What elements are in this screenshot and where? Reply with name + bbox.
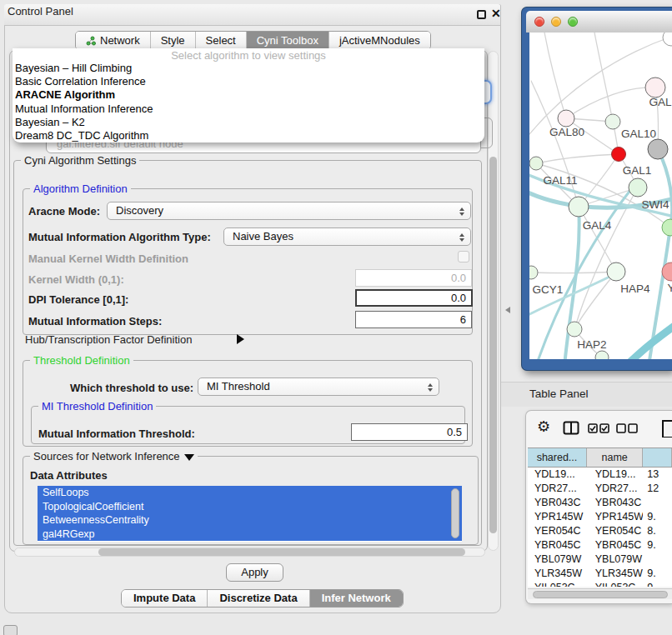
close-traffic-light-icon[interactable] [534, 17, 544, 27]
attribute-list-item[interactable]: BetweennessCentrality [38, 513, 462, 528]
table-row[interactable]: YDR27...YDR27...12 [528, 482, 672, 496]
table-cell: YDR27... [587, 482, 644, 496]
manual-kernel-checkbox[interactable] [458, 251, 469, 262]
tab-style[interactable]: Style [150, 32, 195, 49]
column-header-name[interactable]: name [587, 448, 643, 467]
splitter-collapse-icon[interactable] [505, 307, 510, 313]
float-window-icon[interactable] [477, 10, 486, 19]
network-node[interactable] [662, 219, 672, 236]
minimize-traffic-light-icon[interactable] [551, 17, 561, 27]
network-node[interactable] [529, 266, 538, 279]
which-threshold-value: MI Threshold [207, 380, 270, 392]
network-node[interactable] [569, 197, 589, 217]
kernel-width-field[interactable]: 0.0 [355, 269, 472, 287]
cyni-settings-title: Cyni Algorithm Settings [21, 154, 139, 167]
hub-expand-icon[interactable] [237, 334, 244, 344]
table-cell: 9. [643, 538, 672, 552]
aracne-mode-combo[interactable]: Discovery [107, 202, 471, 220]
close-icon[interactable]: ✕ [491, 7, 501, 20]
table-cell: YLR345W [528, 567, 587, 581]
attributes-scrollbar-thumb[interactable] [451, 488, 459, 538]
tab-impute-data[interactable]: Impute Data [122, 590, 207, 607]
function-builder-icon[interactable] [661, 419, 672, 438]
network-node[interactable] [629, 178, 647, 197]
network-node-label: HAP4 [620, 282, 650, 295]
algorithm-option[interactable]: Dream8 DC_TDC Algorithm [13, 129, 484, 142]
mi-type-label: Mutual Information Algorithm Type: [28, 231, 211, 243]
tab-jactivemnodules[interactable]: jActiveMNodules [328, 32, 430, 49]
table-hscrollbar-thumb[interactable] [533, 591, 668, 598]
horizontal-scrollbar-thumb[interactable] [98, 548, 465, 556]
attribute-list-item[interactable]: gal4RGexp [38, 528, 462, 542]
data-attributes-label: Data Attributes [30, 469, 108, 482]
algorithm-option[interactable]: Bayesian – K2 [13, 116, 484, 129]
network-window-titlebar[interactable] [526, 11, 672, 32]
attribute-list-item[interactable]: TopologicalCoefficient [38, 500, 462, 514]
column-header-shared[interactable]: shared... [528, 448, 587, 467]
apply-button[interactable]: Apply [226, 563, 283, 582]
gear-icon[interactable]: ⚙ [537, 418, 550, 436]
network-canvas[interactable]: GALGAL80GAL10GAL1GAL11SWI4GAL4GCY1HAP4YH… [529, 32, 672, 359]
network-node[interactable] [558, 110, 574, 127]
mi-type-combo[interactable]: Naive Bayes [223, 228, 471, 246]
network-node[interactable] [663, 32, 672, 46]
sources-collapse-icon[interactable] [184, 454, 194, 461]
network-node[interactable] [607, 262, 625, 281]
screen: Control Panel ✕ NetworkStyleSelectCyni T… [0, 0, 672, 635]
control-panel-titlebar[interactable] [4, 4, 500, 26]
table-row[interactable]: YBL079WYBL079W [528, 552, 672, 567]
which-threshold-combo[interactable]: MI Threshold [198, 378, 439, 396]
attribute-list-item[interactable]: SelfLoops [38, 486, 462, 500]
table-cell: YIL053C [587, 581, 644, 587]
vertical-scrollbar-thumb[interactable] [489, 157, 497, 533]
table-row[interactable]: YPR145WYPR145W9. [528, 510, 672, 524]
mi-threshold-field[interactable]: 0.5 [351, 423, 468, 441]
sources-group-title: Sources for Network Inference [30, 450, 198, 462]
spinner-arrows-icon [424, 381, 436, 394]
table-row[interactable]: YDL19...YDL19...13 [528, 468, 672, 482]
tab-discretize-data[interactable]: Discretize Data [207, 590, 308, 607]
spinner-arrows-icon [456, 205, 468, 218]
network-node[interactable] [648, 139, 668, 159]
manual-kernel-label: Manual Kernel Width Definition [28, 252, 188, 265]
algorithm-option[interactable]: Bayesian – Hill Climbing [13, 62, 484, 75]
network-node-label: GAL4 [583, 219, 612, 232]
dpi-tolerance-field[interactable]: 0.0 [355, 289, 473, 307]
network-node[interactable] [529, 157, 543, 170]
tab-cyni-toolbox[interactable]: Cyni Toolbox [246, 32, 328, 49]
table-hscrollbar-track[interactable] [528, 588, 672, 599]
network-node-label: Y [667, 282, 672, 294]
network-graph: GALGAL80GAL10GAL1GAL11SWI4GAL4GCY1HAP4YH… [529, 32, 672, 359]
aracne-mode-label: Aracne Mode: [28, 205, 100, 218]
hub-section-label[interactable]: Hub/Transcription Factor Definition [25, 333, 192, 346]
algorithm-option[interactable]: Basic Correlation Inference [13, 75, 484, 88]
corner-chip [3, 625, 18, 635]
tab-network[interactable]: Network [76, 32, 150, 49]
zoom-traffic-light-icon[interactable] [568, 17, 578, 27]
table-row[interactable]: YER054CYER054C8. [528, 524, 672, 538]
network-node[interactable] [567, 322, 582, 337]
network-node[interactable] [595, 351, 609, 359]
tab-select[interactable]: Select [195, 32, 246, 49]
network-node[interactable] [645, 78, 665, 98]
table-cell: 8. [643, 524, 672, 538]
tab-label: Style [161, 34, 185, 47]
tab-infer-network[interactable]: Infer Network [309, 590, 403, 607]
network-node[interactable] [612, 148, 626, 162]
column-header-2[interactable] [643, 448, 672, 467]
table-cell: 13 [643, 468, 672, 482]
algorithm-option[interactable]: ARACNE Algorithm [13, 88, 484, 102]
table-row[interactable]: YBR043CYBR043C [528, 496, 672, 510]
table-cell: YBR043C [528, 496, 587, 510]
algorithm-option[interactable]: Mutual Information Inference [13, 102, 484, 116]
select-all-icon[interactable] [588, 423, 609, 433]
mi-steps-field[interactable]: 6 [355, 311, 472, 328]
table-row[interactable]: YIL053CYIL053C9. [528, 581, 672, 587]
split-view-icon[interactable] [563, 421, 579, 435]
network-node-label: GAL10 [621, 128, 656, 140]
table-row[interactable]: YBR045CYBR045C9. [528, 538, 672, 552]
deselect-all-icon[interactable] [616, 423, 638, 433]
network-node[interactable] [605, 114, 620, 129]
network-edge [574, 272, 616, 329]
table-row[interactable]: YLR345WYLR345W9. [528, 567, 672, 581]
